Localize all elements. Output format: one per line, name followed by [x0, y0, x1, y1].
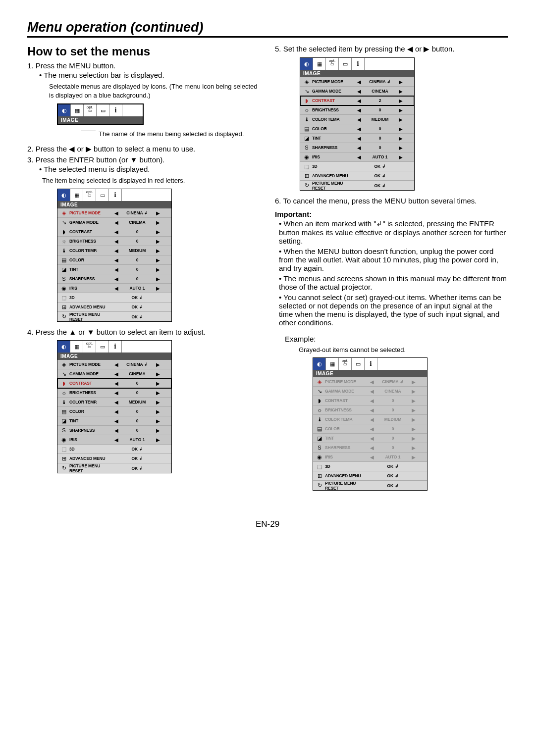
- menu-tab-icon: ▦: [313, 58, 326, 70]
- menu-row-value: MEDIUM: [120, 400, 155, 404]
- menu-row-value: AUTO 1: [375, 454, 410, 459]
- menu-row-name: BRIGHTNESS: [68, 390, 113, 395]
- menu-row: ↘GAMMA MODE◀CINEMA▶: [313, 387, 427, 396]
- menu-row-icon: ☼: [59, 238, 68, 244]
- arrow-left-icon: ◀: [113, 409, 120, 414]
- arrow-left-icon: ◀: [369, 454, 375, 460]
- menu-tab-icon: ▦: [70, 189, 83, 201]
- menu-row: ◗CONTRAST◀0▶: [57, 227, 171, 237]
- menu-row: ◗CONTRAST◀2▶: [300, 96, 414, 105]
- menu-row-value: OK ↲: [120, 295, 155, 300]
- menu-row-value: CINEMA: [120, 220, 155, 225]
- menu-row: ◗CONTRAST◀0▶: [313, 396, 427, 405]
- menu-row-value: OK ↲: [120, 466, 155, 471]
- arrow-left-icon: ◀: [369, 417, 375, 422]
- menu-row: ◪TINT◀0▶: [300, 134, 414, 143]
- menu-row: ⊞ADVANCED MENUOK ↲: [313, 471, 427, 481]
- arrow-right-icon: ▶: [397, 107, 404, 113]
- arrow-left-icon: ◀: [113, 267, 120, 272]
- arrow-right-icon: ▶: [410, 407, 417, 413]
- menu-row-icon: ⬚: [59, 295, 68, 301]
- menu-row-value: AUTO 1: [120, 437, 155, 442]
- menu-row-icon: ▤: [302, 126, 311, 132]
- menu-tab-info-icon: i: [352, 58, 365, 70]
- menu-row-name: SHARPNESS: [311, 145, 356, 150]
- menu-row-name: ADVANCED MENU: [68, 304, 113, 309]
- menu-tab-icon: ▦: [71, 104, 84, 116]
- menu-row-icon: ◪: [302, 135, 311, 142]
- menu-row-name: PICTURE MODE: [311, 79, 356, 84]
- menu-row-value: CINEMA: [120, 371, 155, 376]
- arrow-right-icon: ▶: [155, 210, 161, 216]
- menu-row-icon: ◗: [59, 380, 68, 387]
- menu-row: ◪TINT◀0▶: [57, 416, 171, 426]
- menu-row: ◪TINT◀0▶: [57, 265, 171, 274]
- menu-row-icon: 🌡: [302, 116, 311, 122]
- menu-tab-opt-icon: ▭: [83, 189, 96, 201]
- arrow-left-icon: ◀: [356, 107, 363, 113]
- menu-row-value: CINEMA: [375, 389, 410, 394]
- menu-row-name: 3D: [68, 295, 113, 300]
- menu-row-value: 0: [120, 409, 155, 414]
- menu-row-name: SHARPNESS: [68, 428, 113, 433]
- arrow-right-icon: ▶: [410, 436, 417, 441]
- menu-row-icon: S: [302, 145, 311, 151]
- arrow-right-icon: ▶: [155, 220, 161, 225]
- arrow-left-icon: ◀: [356, 98, 363, 103]
- menu-row-value: 0: [120, 239, 155, 244]
- menu-row-icon: 🌡: [59, 399, 68, 405]
- menu-tab-bar-diagram: ◐ ▦ ▭ ▭ i IMAGE: [57, 103, 144, 125]
- menu-row: ◉IRIS◀AUTO 1▶: [313, 453, 427, 462]
- arrow-left-icon: ◀: [369, 445, 375, 451]
- menu-row-name: CONTRAST: [324, 398, 369, 403]
- arrow-right-icon: ▶: [155, 418, 161, 424]
- arrow-left-icon: ◀: [113, 418, 120, 424]
- menu-row-value: 0: [363, 145, 397, 150]
- menu-row: ⬚3DOK ↲: [300, 162, 414, 171]
- arrow-right-icon: ▶: [155, 371, 161, 377]
- menu-row: ◪TINT◀0▶: [313, 434, 427, 443]
- menu-row: 🌡COLOR TEMP.◀MEDIUM▶: [313, 415, 427, 424]
- arrow-right-icon: ▶: [397, 98, 404, 103]
- arrow-left-icon: ◀: [113, 428, 120, 433]
- menu-row-name: PICTURE MENU RESET: [311, 181, 356, 191]
- menu-row-name: SHARPNESS: [68, 276, 113, 281]
- arrow-right-icon: ▶: [410, 454, 417, 460]
- menu-row-value: 0: [363, 107, 397, 112]
- selected-item-note: The item being selected is displayed in …: [27, 176, 260, 185]
- menu-row-name: PICTURE MODE: [324, 379, 369, 384]
- menu-row-value: 0: [375, 398, 410, 403]
- menu-row-name: GAMMA MODE: [324, 389, 369, 394]
- menu-row-icon: ◪: [59, 266, 68, 273]
- arrow-right-icon: ▶: [155, 276, 161, 282]
- menu-row: 🌡COLOR TEMP.◀MEDIUM▶: [57, 398, 171, 407]
- menu-row: SSHARPNESS◀0▶: [57, 426, 171, 435]
- menu-name-label: IMAGE: [58, 116, 143, 124]
- page-number: EN-29: [27, 519, 508, 529]
- arrow-right-icon: ▶: [397, 117, 404, 122]
- menu-row-icon: 🌡: [59, 248, 68, 253]
- menu-row-name: COLOR: [68, 257, 113, 262]
- arrow-left-icon: ◀: [356, 126, 363, 132]
- menu-row-icon: ◪: [315, 435, 324, 442]
- menu-row-value: 0: [120, 257, 155, 262]
- menu-row-name: GAMMA MODE: [311, 89, 356, 94]
- arrow-left-icon: ◀: [369, 379, 375, 385]
- menu-row-icon: ↻: [315, 482, 324, 489]
- menu-tab-image-icon: ◐: [57, 189, 70, 201]
- menu-row-icon: ⬚: [59, 446, 68, 453]
- arrow-right-icon: ▶: [410, 426, 417, 432]
- menu-row-icon: ◉: [302, 154, 311, 160]
- menu-row-icon: ▤: [59, 408, 68, 415]
- menu-row-icon: ↻: [59, 313, 68, 320]
- menu-row-icon: ⊞: [59, 455, 68, 462]
- arrow-left-icon: ◀: [113, 239, 120, 244]
- arrow-right-icon: ▶: [155, 437, 161, 443]
- menu-row-value: 0: [375, 445, 410, 450]
- arrow-left-icon: ◀: [369, 436, 375, 441]
- menu-row-name: PICTURE MODE: [68, 362, 113, 367]
- menu-row: SSHARPNESS◀0▶: [313, 443, 427, 453]
- menu-row-name: CONTRAST: [311, 98, 356, 103]
- arrow-right-icon: ▶: [397, 89, 404, 94]
- important-heading: Important:: [275, 210, 508, 218]
